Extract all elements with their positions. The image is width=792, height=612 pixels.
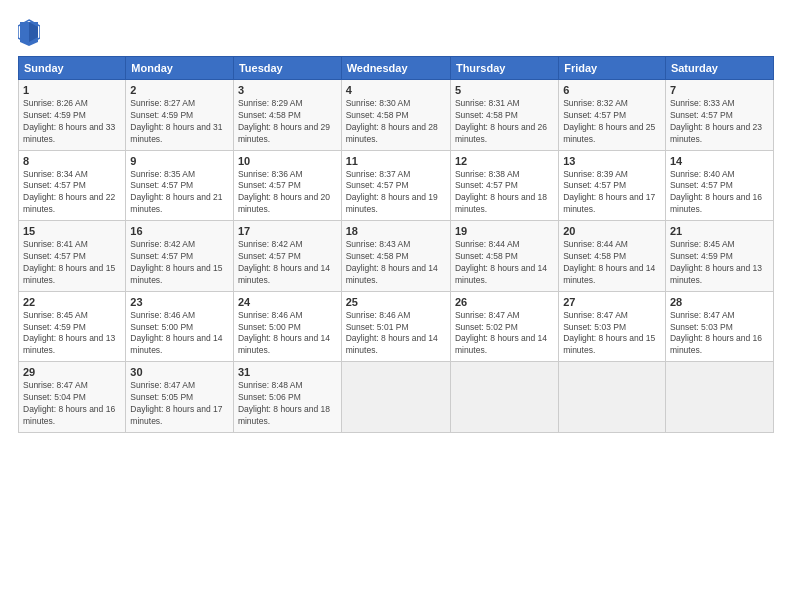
calendar-cell: 27 Sunrise: 8:47 AM Sunset: 5:03 PM Dayl… (559, 291, 666, 362)
day-info: Sunrise: 8:42 AM Sunset: 4:57 PM Dayligh… (130, 239, 229, 287)
day-info: Sunrise: 8:47 AM Sunset: 5:05 PM Dayligh… (130, 380, 229, 428)
calendar-cell: 13 Sunrise: 8:39 AM Sunset: 4:57 PM Dayl… (559, 150, 666, 221)
calendar-cell: 1 Sunrise: 8:26 AM Sunset: 4:59 PM Dayli… (19, 80, 126, 151)
day-info: Sunrise: 8:26 AM Sunset: 4:59 PM Dayligh… (23, 98, 121, 146)
calendar-cell: 17 Sunrise: 8:42 AM Sunset: 4:57 PM Dayl… (233, 221, 341, 292)
day-info: Sunrise: 8:42 AM Sunset: 4:57 PM Dayligh… (238, 239, 337, 287)
calendar-cell: 5 Sunrise: 8:31 AM Sunset: 4:58 PM Dayli… (450, 80, 558, 151)
day-number: 31 (238, 366, 337, 378)
calendar-cell: 29 Sunrise: 8:47 AM Sunset: 5:04 PM Dayl… (19, 362, 126, 433)
column-header-tuesday: Tuesday (233, 57, 341, 80)
column-header-monday: Monday (126, 57, 234, 80)
calendar-cell: 30 Sunrise: 8:47 AM Sunset: 5:05 PM Dayl… (126, 362, 234, 433)
day-number: 12 (455, 155, 554, 167)
day-info: Sunrise: 8:44 AM Sunset: 4:58 PM Dayligh… (455, 239, 554, 287)
calendar-cell: 23 Sunrise: 8:46 AM Sunset: 5:00 PM Dayl… (126, 291, 234, 362)
header (18, 18, 774, 46)
logo-icon (18, 18, 40, 46)
day-number: 18 (346, 225, 446, 237)
day-info: Sunrise: 8:33 AM Sunset: 4:57 PM Dayligh… (670, 98, 769, 146)
day-info: Sunrise: 8:40 AM Sunset: 4:57 PM Dayligh… (670, 169, 769, 217)
calendar-cell: 10 Sunrise: 8:36 AM Sunset: 4:57 PM Dayl… (233, 150, 341, 221)
column-header-sunday: Sunday (19, 57, 126, 80)
calendar-cell: 7 Sunrise: 8:33 AM Sunset: 4:57 PM Dayli… (665, 80, 773, 151)
day-number: 6 (563, 84, 661, 96)
day-number: 8 (23, 155, 121, 167)
calendar-cell (559, 362, 666, 433)
calendar-table: SundayMondayTuesdayWednesdayThursdayFrid… (18, 56, 774, 433)
calendar-cell: 16 Sunrise: 8:42 AM Sunset: 4:57 PM Dayl… (126, 221, 234, 292)
calendar-cell (450, 362, 558, 433)
day-info: Sunrise: 8:31 AM Sunset: 4:58 PM Dayligh… (455, 98, 554, 146)
day-info: Sunrise: 8:39 AM Sunset: 4:57 PM Dayligh… (563, 169, 661, 217)
day-number: 13 (563, 155, 661, 167)
day-number: 26 (455, 296, 554, 308)
calendar-cell: 11 Sunrise: 8:37 AM Sunset: 4:57 PM Dayl… (341, 150, 450, 221)
day-info: Sunrise: 8:34 AM Sunset: 4:57 PM Dayligh… (23, 169, 121, 217)
calendar-cell: 6 Sunrise: 8:32 AM Sunset: 4:57 PM Dayli… (559, 80, 666, 151)
calendar-cell: 21 Sunrise: 8:45 AM Sunset: 4:59 PM Dayl… (665, 221, 773, 292)
day-number: 28 (670, 296, 769, 308)
day-info: Sunrise: 8:47 AM Sunset: 5:02 PM Dayligh… (455, 310, 554, 358)
day-info: Sunrise: 8:29 AM Sunset: 4:58 PM Dayligh… (238, 98, 337, 146)
day-info: Sunrise: 8:47 AM Sunset: 5:04 PM Dayligh… (23, 380, 121, 428)
day-info: Sunrise: 8:30 AM Sunset: 4:58 PM Dayligh… (346, 98, 446, 146)
day-info: Sunrise: 8:35 AM Sunset: 4:57 PM Dayligh… (130, 169, 229, 217)
day-number: 5 (455, 84, 554, 96)
day-number: 9 (130, 155, 229, 167)
day-info: Sunrise: 8:37 AM Sunset: 4:57 PM Dayligh… (346, 169, 446, 217)
page: SundayMondayTuesdayWednesdayThursdayFrid… (0, 0, 792, 612)
calendar-cell: 31 Sunrise: 8:48 AM Sunset: 5:06 PM Dayl… (233, 362, 341, 433)
calendar-week-2: 8 Sunrise: 8:34 AM Sunset: 4:57 PM Dayli… (19, 150, 774, 221)
calendar-cell (341, 362, 450, 433)
day-number: 7 (670, 84, 769, 96)
day-number: 19 (455, 225, 554, 237)
calendar-week-1: 1 Sunrise: 8:26 AM Sunset: 4:59 PM Dayli… (19, 80, 774, 151)
calendar-cell: 18 Sunrise: 8:43 AM Sunset: 4:58 PM Dayl… (341, 221, 450, 292)
calendar-cell: 19 Sunrise: 8:44 AM Sunset: 4:58 PM Dayl… (450, 221, 558, 292)
calendar-cell: 28 Sunrise: 8:47 AM Sunset: 5:03 PM Dayl… (665, 291, 773, 362)
day-number: 23 (130, 296, 229, 308)
calendar-cell: 20 Sunrise: 8:44 AM Sunset: 4:58 PM Dayl… (559, 221, 666, 292)
day-number: 27 (563, 296, 661, 308)
day-info: Sunrise: 8:27 AM Sunset: 4:59 PM Dayligh… (130, 98, 229, 146)
day-info: Sunrise: 8:47 AM Sunset: 5:03 PM Dayligh… (670, 310, 769, 358)
day-number: 24 (238, 296, 337, 308)
day-number: 30 (130, 366, 229, 378)
day-number: 1 (23, 84, 121, 96)
day-number: 20 (563, 225, 661, 237)
day-info: Sunrise: 8:38 AM Sunset: 4:57 PM Dayligh… (455, 169, 554, 217)
calendar-cell: 2 Sunrise: 8:27 AM Sunset: 4:59 PM Dayli… (126, 80, 234, 151)
day-info: Sunrise: 8:45 AM Sunset: 4:59 PM Dayligh… (670, 239, 769, 287)
day-info: Sunrise: 8:36 AM Sunset: 4:57 PM Dayligh… (238, 169, 337, 217)
calendar-cell: 8 Sunrise: 8:34 AM Sunset: 4:57 PM Dayli… (19, 150, 126, 221)
calendar-header-row: SundayMondayTuesdayWednesdayThursdayFrid… (19, 57, 774, 80)
calendar-cell: 26 Sunrise: 8:47 AM Sunset: 5:02 PM Dayl… (450, 291, 558, 362)
calendar-cell (665, 362, 773, 433)
day-number: 14 (670, 155, 769, 167)
day-info: Sunrise: 8:48 AM Sunset: 5:06 PM Dayligh… (238, 380, 337, 428)
day-info: Sunrise: 8:32 AM Sunset: 4:57 PM Dayligh… (563, 98, 661, 146)
calendar-cell: 9 Sunrise: 8:35 AM Sunset: 4:57 PM Dayli… (126, 150, 234, 221)
day-info: Sunrise: 8:44 AM Sunset: 4:58 PM Dayligh… (563, 239, 661, 287)
calendar-cell: 4 Sunrise: 8:30 AM Sunset: 4:58 PM Dayli… (341, 80, 450, 151)
day-number: 16 (130, 225, 229, 237)
calendar-week-4: 22 Sunrise: 8:45 AM Sunset: 4:59 PM Dayl… (19, 291, 774, 362)
day-number: 3 (238, 84, 337, 96)
day-info: Sunrise: 8:41 AM Sunset: 4:57 PM Dayligh… (23, 239, 121, 287)
logo (18, 18, 44, 46)
day-number: 10 (238, 155, 337, 167)
column-header-friday: Friday (559, 57, 666, 80)
day-info: Sunrise: 8:46 AM Sunset: 5:00 PM Dayligh… (130, 310, 229, 358)
calendar-cell: 14 Sunrise: 8:40 AM Sunset: 4:57 PM Dayl… (665, 150, 773, 221)
day-info: Sunrise: 8:45 AM Sunset: 4:59 PM Dayligh… (23, 310, 121, 358)
calendar-cell: 22 Sunrise: 8:45 AM Sunset: 4:59 PM Dayl… (19, 291, 126, 362)
day-info: Sunrise: 8:46 AM Sunset: 5:00 PM Dayligh… (238, 310, 337, 358)
day-info: Sunrise: 8:46 AM Sunset: 5:01 PM Dayligh… (346, 310, 446, 358)
calendar-cell: 24 Sunrise: 8:46 AM Sunset: 5:00 PM Dayl… (233, 291, 341, 362)
day-number: 22 (23, 296, 121, 308)
day-number: 4 (346, 84, 446, 96)
day-number: 25 (346, 296, 446, 308)
day-number: 15 (23, 225, 121, 237)
column-header-wednesday: Wednesday (341, 57, 450, 80)
